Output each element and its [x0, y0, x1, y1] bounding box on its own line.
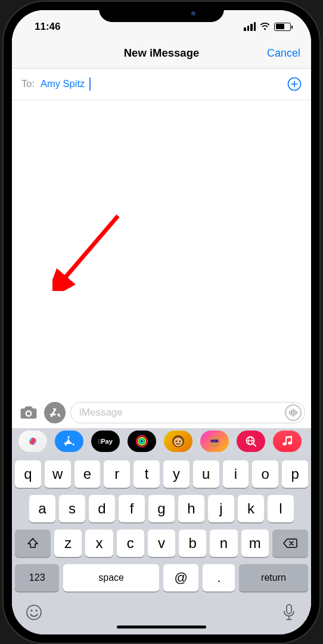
page-title: New iMessage	[124, 47, 199, 60]
microphone-icon	[282, 603, 296, 621]
screen: 11:46 New iMessage Cancel	[12, 10, 311, 634]
memoji-face-icon	[170, 434, 186, 449]
key-o[interactable]: o	[252, 460, 278, 488]
key-d[interactable]: d	[89, 495, 115, 522]
home-indicator[interactable]	[117, 626, 206, 628]
key-g[interactable]: g	[148, 495, 175, 522]
app-store-a-icon	[63, 435, 75, 447]
hashtag-images-app[interactable]	[237, 431, 265, 452]
search-globe-icon	[245, 435, 257, 447]
message-placeholder: iMessage	[79, 407, 123, 419]
at-key[interactable]: @	[163, 564, 198, 592]
arrow-annotation	[52, 213, 124, 291]
key-k[interactable]: k	[238, 495, 264, 522]
key-x[interactable]: x	[85, 530, 113, 557]
camera-icon	[20, 405, 38, 420]
key-c[interactable]: c	[117, 530, 144, 557]
key-s[interactable]: s	[59, 495, 85, 522]
app-store-shortcut-button[interactable]	[44, 402, 66, 423]
activity-app[interactable]	[128, 431, 156, 452]
key-w[interactable]: w	[45, 460, 71, 488]
key-y[interactable]: y	[163, 460, 190, 488]
cellular-signal-icon	[244, 22, 256, 31]
emoji-button[interactable]	[25, 603, 43, 624]
audio-record-button[interactable]	[285, 404, 302, 421]
svg-line-1	[61, 216, 118, 283]
keyboard-bottom-bar	[12, 600, 311, 634]
svg-line-25	[253, 444, 256, 446]
photos-icon	[26, 435, 39, 448]
shift-key[interactable]	[15, 530, 51, 557]
svg-point-22	[212, 439, 213, 441]
svg-point-17	[174, 437, 183, 446]
photos-app[interactable]	[18, 431, 47, 452]
text-cursor	[89, 78, 91, 91]
status-time: 11:46	[35, 21, 60, 33]
svg-point-30	[35, 609, 37, 611]
key-r[interactable]: r	[104, 460, 130, 488]
emoji-smile-icon	[25, 603, 43, 621]
keyboard: q w e r t y u i o p a s d f g h	[12, 456, 311, 600]
space-key[interactable]: space	[63, 564, 159, 592]
key-z[interactable]: z	[54, 530, 82, 557]
to-label: To:	[21, 78, 35, 89]
imessage-app-strip[interactable]: Pay	[12, 428, 311, 456]
camera-button[interactable]	[18, 402, 39, 423]
svg-point-28	[27, 605, 41, 620]
backspace-icon	[283, 538, 297, 549]
music-note-icon	[282, 436, 292, 447]
activity-rings-icon	[135, 435, 148, 448]
to-field[interactable]: To: Amy Spitz	[12, 69, 311, 100]
return-key[interactable]: return	[239, 564, 308, 592]
key-f[interactable]: f	[119, 495, 145, 522]
key-i[interactable]: i	[223, 460, 249, 488]
period-key[interactable]: .	[203, 564, 235, 592]
key-q[interactable]: q	[15, 460, 41, 488]
key-v[interactable]: v	[148, 530, 175, 557]
svg-point-19	[179, 440, 181, 442]
key-e[interactable]: e	[74, 460, 101, 488]
animoji-face-icon	[207, 434, 222, 449]
app-store-app[interactable]	[55, 431, 83, 452]
svg-rect-21	[210, 439, 219, 442]
svg-rect-31	[287, 605, 291, 614]
key-u[interactable]: u	[193, 460, 219, 488]
key-a[interactable]: a	[29, 495, 55, 522]
key-m[interactable]: m	[241, 530, 269, 557]
svg-point-23	[215, 439, 217, 441]
notch	[99, 2, 224, 22]
svg-point-18	[176, 440, 178, 442]
key-l[interactable]: l	[268, 495, 294, 522]
app-store-icon	[49, 407, 61, 419]
key-j[interactable]: j	[208, 495, 234, 522]
memoji-app[interactable]	[164, 431, 192, 452]
phone-frame: 11:46 New iMessage Cancel	[4, 2, 319, 643]
status-icons	[244, 22, 291, 31]
battery-icon	[274, 23, 291, 31]
backspace-key[interactable]	[272, 530, 308, 557]
add-contact-button[interactable]	[287, 77, 302, 91]
conversation-area	[12, 100, 311, 397]
header: New iMessage Cancel	[12, 39, 311, 69]
dictation-button[interactable]	[282, 603, 296, 624]
key-t[interactable]: t	[133, 460, 160, 488]
key-p[interactable]: p	[282, 460, 308, 488]
plus-circle-icon	[287, 77, 302, 91]
shift-up-icon	[27, 537, 39, 549]
key-b[interactable]: b	[179, 530, 206, 557]
key-h[interactable]: h	[178, 495, 204, 522]
svg-point-15	[140, 439, 144, 443]
recipient-chip[interactable]: Amy Spitz	[38, 77, 87, 91]
key-n[interactable]: n	[210, 530, 237, 557]
animoji-app[interactable]	[200, 431, 229, 452]
cancel-button[interactable]: Cancel	[267, 47, 300, 60]
music-app[interactable]	[273, 431, 302, 452]
numbers-key[interactable]: 123	[15, 564, 59, 592]
wifi-icon	[259, 23, 271, 31]
svg-point-29	[30, 609, 32, 611]
message-input[interactable]: iMessage	[70, 402, 305, 423]
waveform-icon	[288, 408, 298, 417]
message-input-row: iMessage	[12, 397, 311, 428]
apple-pay-app[interactable]: Pay	[91, 431, 120, 452]
